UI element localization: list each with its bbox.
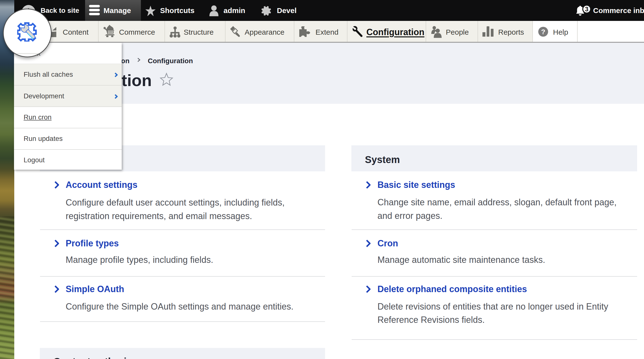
svg-text:?: ?: [541, 28, 545, 36]
